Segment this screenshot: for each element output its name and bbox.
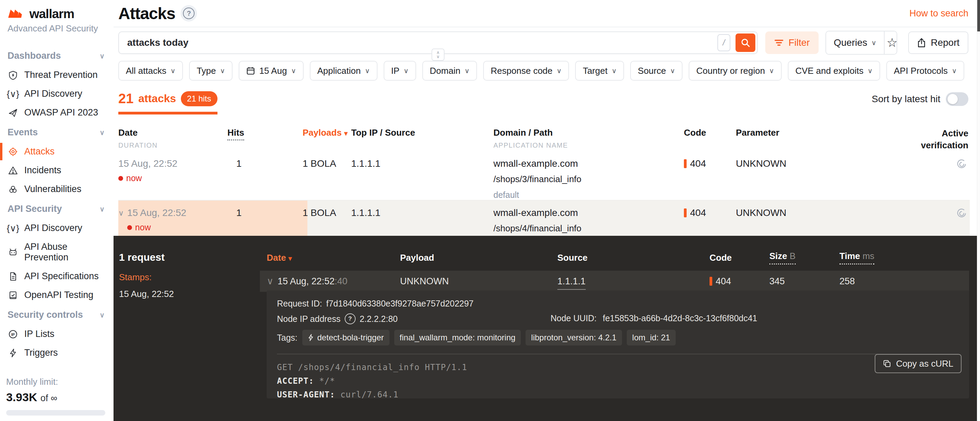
request-source[interactable]: 1.1.1.1 — [557, 276, 586, 290]
chip-label: 15 Aug — [259, 66, 287, 76]
attacks-count-unit: attacks — [138, 92, 176, 105]
col-hits[interactable]: Hits — [228, 127, 302, 138]
section-security-controls[interactable]: Security controls ∨ — [0, 305, 113, 325]
chip-all-attacks[interactable]: All attacks∨ — [118, 61, 183, 81]
chip-type[interactable]: Type∨ — [189, 61, 232, 81]
request-row[interactable]: ∨ 15 Aug, 22:52:40 UNKNOWN 1.1.1.1 404 3… — [260, 271, 969, 292]
chip-cve[interactable]: CVE and exploits∨ — [788, 61, 880, 81]
active-verification-icon[interactable] — [956, 207, 968, 219]
sidebar-item-api-discovery[interactable]: {∨} API Discovery — [0, 219, 113, 237]
star-icon: ☆ — [887, 35, 897, 50]
sidebar-item-attacks[interactable]: Attacks — [0, 142, 113, 161]
attack-application[interactable]: default — [493, 190, 684, 200]
chip-application[interactable]: Application∨ — [310, 61, 377, 81]
braces-icon: {∨} — [8, 224, 19, 233]
queries-button[interactable]: Queries ∨ — [826, 32, 884, 54]
sidebar-item-openapi-testing[interactable]: OpenAPI Testing — [0, 286, 113, 305]
shield-bolt-icon — [8, 70, 19, 80]
col-size[interactable]: Size B — [769, 251, 840, 264]
copy-as-curl-button[interactable]: Copy as cURL — [875, 354, 961, 373]
search-icon — [740, 38, 751, 48]
col-time[interactable]: Time ms — [840, 251, 969, 264]
help-icon[interactable]: ? — [181, 5, 197, 22]
report-button[interactable]: Report — [908, 32, 968, 54]
chip-ip[interactable]: IP∨ — [383, 61, 416, 81]
sidebar-item-label: API Abuse Prevention — [24, 241, 106, 263]
tag-libproton-version[interactable]: libproton_version: 4.2.1 — [525, 330, 622, 345]
attacks-count-tab[interactable]: 21 attacks 21 hits — [118, 91, 218, 114]
tag-final-wallarm-mode[interactable]: final_wallarm_mode: monitoring — [394, 330, 521, 345]
chip-country[interactable]: Country or region∨ — [689, 61, 782, 81]
sidebar-item-owasp-api-2023[interactable]: OWASP API 2023 — [0, 103, 113, 122]
sidebar-item-ip-lists[interactable]: IP IP Lists — [0, 325, 113, 343]
chevron-down-icon[interactable]: ∨ — [118, 209, 124, 218]
section-dashboards[interactable]: Dashboards ∨ — [0, 46, 113, 66]
brand: wallarm Advanced API Security — [0, 0, 113, 34]
chevron-down-icon: ∨ — [867, 67, 873, 75]
chip-date[interactable]: 15 Aug∨ — [239, 61, 304, 81]
tag-label: final_wallarm_mode: monitoring — [400, 333, 515, 342]
attack-duration: now — [127, 222, 186, 232]
chip-source[interactable]: Source∨ — [630, 61, 682, 81]
col-top-ip: Top IP / Source — [351, 127, 493, 138]
sidebar-item-label: Attacks — [24, 146, 55, 157]
search-expand-handle[interactable]: ∧∨ — [431, 49, 444, 61]
sidebar-item-threat-prevention[interactable]: Threat Prevention — [0, 66, 113, 84]
requests-table-header: Date ▾ Payload Source Code Size B Time m… — [267, 251, 969, 264]
request-detail-panel: 1 request Stamps: 15 Aug, 22:52 Date ▾ P… — [113, 236, 977, 421]
code-marker-icon — [684, 208, 687, 217]
help-icon[interactable]: ? — [345, 313, 356, 324]
scrollbar-thumb[interactable] — [977, 0, 980, 32]
tag-lom-id[interactable]: lom_id: 21 — [627, 330, 676, 345]
col-domain: Domain / Path APPLICATION NAME — [493, 127, 684, 149]
chevron-down-icon: ∨ — [612, 67, 617, 75]
search-box[interactable]: / ∧∨ — [118, 32, 758, 54]
col-date[interactable]: Date ▾ — [267, 253, 400, 263]
chevron-down-icon: ∨ — [100, 311, 105, 319]
sidebar-item-vulnerabilities[interactable]: Vulnerabilities — [0, 180, 113, 199]
filter-button[interactable]: Filter — [765, 32, 819, 54]
attack-row[interactable]: 15 Aug, 22:52 now 1 1 BOLA 1.1.1.1 wmall… — [118, 151, 970, 200]
chevron-down-icon[interactable]: ∨ — [267, 276, 274, 287]
sidebar-item-api-specifications[interactable]: API Specifications — [0, 267, 113, 286]
monthly-limit-label: Monthly limit: — [6, 377, 105, 387]
chevron-down-icon: ∨ — [365, 67, 370, 75]
section-events[interactable]: Events ∨ — [0, 122, 113, 142]
monthly-limit-progressbar — [6, 410, 105, 416]
sort-desc-icon: ▾ — [289, 254, 292, 262]
chip-target[interactable]: Target∨ — [575, 61, 624, 81]
live-dot-icon — [127, 225, 132, 230]
stamps-label[interactable]: Stamps: — [119, 272, 262, 283]
calendar-icon — [246, 66, 255, 75]
col-payloads[interactable]: Payloads ▾ — [302, 127, 351, 138]
chip-label: Domain — [430, 66, 461, 76]
attack-top-ip[interactable]: 1.1.1.1 — [351, 151, 493, 169]
chip-label: Country or region — [696, 66, 765, 76]
search-input[interactable] — [127, 37, 713, 49]
search-button[interactable] — [735, 33, 755, 52]
sort-control: Sort by latest hit — [872, 92, 968, 106]
paper-plane-icon — [8, 108, 19, 118]
sidebar-item-incidents[interactable]: Incidents — [0, 161, 113, 180]
sidebar-item-api-abuse-prevention[interactable]: API Abuse Prevention — [0, 237, 113, 267]
request-size: 345 — [769, 276, 840, 287]
tag-detect-bola-trigger[interactable]: detect-bola-trigger — [302, 330, 390, 345]
braces-icon: {∨} — [8, 89, 19, 98]
sidebar-item-api-discovery-dash[interactable]: {∨} API Discovery — [0, 84, 113, 103]
sidebar-item-triggers[interactable]: Triggers — [0, 343, 113, 362]
page-scrollbar[interactable] — [977, 0, 980, 421]
chip-domain[interactable]: Domain∨ — [422, 61, 477, 81]
stamp-value: 15 Aug, 22:52 — [119, 289, 262, 299]
attack-date: 15 Aug, 22:52 — [127, 207, 186, 218]
attack-top-ip[interactable]: 1.1.1.1 — [351, 200, 493, 218]
active-verification-icon[interactable] — [956, 158, 968, 170]
how-to-search-link[interactable]: How to search — [909, 8, 968, 19]
chip-response-code[interactable]: Response code∨ — [483, 61, 569, 81]
section-api-security[interactable]: API Security ∨ — [0, 199, 113, 219]
app-window: wallarm Advanced API Security Dashboards… — [0, 0, 980, 421]
sidebar-item-label: API Specifications — [24, 271, 99, 281]
favorite-star-button[interactable]: ☆ — [884, 32, 897, 54]
chip-api-protocols[interactable]: API Protocols∨ — [886, 61, 964, 81]
sort-toggle[interactable] — [946, 92, 968, 106]
col-payload: Payload — [400, 253, 557, 263]
